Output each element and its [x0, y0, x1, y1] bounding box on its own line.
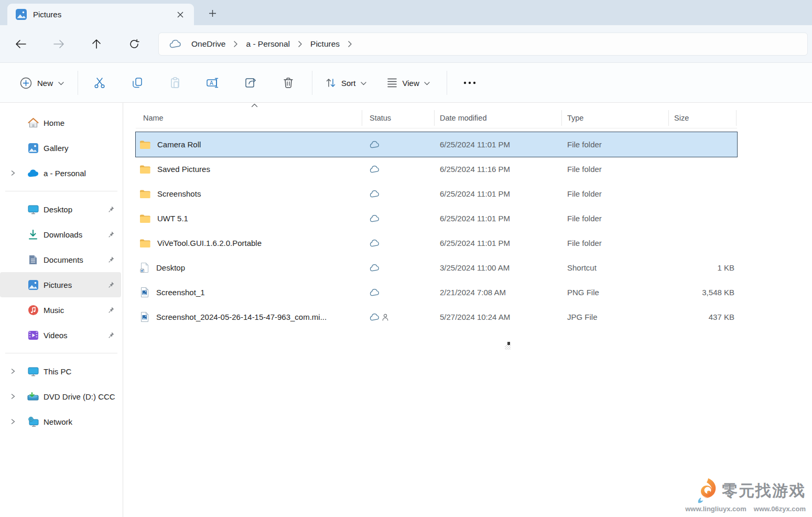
up-icon[interactable] — [86, 34, 107, 55]
refresh-icon[interactable] — [124, 34, 145, 55]
table-row-screenshots[interactable]: Screenshots 6/25/2024 11:01 PM File fold… — [136, 181, 737, 206]
sidebar-item-gallery[interactable]: Gallery — [0, 135, 121, 160]
table-row-vivetool[interactable]: ViVeTool.GUI.1.6.2.0.Portable 6/25/2024 … — [136, 231, 737, 255]
delete-icon — [283, 77, 294, 89]
column-header-size[interactable]: Size — [669, 110, 737, 126]
downloads-icon — [27, 229, 39, 240]
file-type: Shortcut — [562, 263, 669, 272]
pin-icon — [107, 231, 115, 239]
dvd-drive-icon — [27, 391, 39, 402]
expand-chevron-icon[interactable] — [10, 170, 27, 176]
title-bar: Pictures — [0, 0, 812, 25]
view-button-label: View — [403, 79, 419, 88]
sidebar-item-label: Desktop — [44, 205, 72, 214]
sidebar-item-onedrive-personal[interactable]: a - Personal — [0, 160, 121, 186]
watermark-url-left: www.lingliuyx.com — [685, 505, 746, 513]
sidebar-item-pictures[interactable]: Pictures — [0, 272, 121, 297]
sidebar-item-network[interactable]: Network — [0, 409, 121, 434]
chevron-right-icon[interactable] — [233, 40, 239, 48]
column-header-status[interactable]: Status — [362, 110, 435, 126]
delete-button[interactable] — [276, 71, 300, 94]
file-name: Screenshots — [157, 189, 201, 198]
file-name: ViVeTool.GUI.1.6.2.0.Portable — [157, 239, 262, 247]
sidebar-item-home[interactable]: Home — [0, 110, 121, 135]
breadcrumb-pictures[interactable]: Pictures — [306, 37, 344, 51]
ellipsis-icon — [463, 81, 476, 84]
sidebar-item-documents[interactable]: Documents — [0, 247, 121, 272]
share-button[interactable] — [239, 71, 263, 94]
file-date: 6/25/2024 11:01 PM — [435, 214, 562, 223]
home-icon — [27, 117, 39, 128]
more-options-button[interactable] — [458, 71, 482, 94]
cut-button[interactable] — [88, 71, 112, 94]
table-row-screenshot-long[interactable]: Screenshot_2024-05-26-14-15-47-963_com.m… — [136, 305, 737, 329]
forward-icon[interactable] — [48, 34, 69, 55]
file-date: 3/25/2024 11:00 AM — [435, 263, 562, 272]
column-header-name[interactable]: Name — [136, 110, 362, 126]
chevron-right-icon[interactable] — [347, 40, 353, 48]
sidebar-item-this-pc[interactable]: This PC — [0, 359, 121, 384]
paste-icon — [169, 77, 181, 89]
sidebar-item-desktop[interactable]: Desktop — [0, 197, 121, 222]
tab-title: Pictures — [33, 10, 173, 19]
expand-chevron-icon[interactable] — [10, 418, 27, 425]
chevron-down-icon — [361, 82, 366, 85]
address-bar[interactable]: OneDrive a - Personal Pictures — [158, 33, 808, 56]
table-row-camera-roll[interactable]: Camera Roll 6/25/2024 11:01 PM File fold… — [136, 132, 737, 157]
file-explorer-window: Pictures OneDrive — [0, 0, 812, 517]
pin-icon — [107, 256, 115, 264]
navigation-pane: Home Gallery a - Personal — [0, 103, 123, 517]
rename-button[interactable]: A — [201, 71, 225, 94]
table-row-screenshot-1[interactable]: Screenshot_1 2/21/2024 7:08 AM PNG File … — [136, 280, 737, 305]
expand-chevron-icon[interactable] — [10, 368, 27, 374]
copy-button[interactable] — [125, 71, 149, 94]
svg-text:A: A — [210, 80, 213, 86]
table-row-uwt-51[interactable]: UWT 5.1 6/25/2024 11:01 PM File folder — [136, 206, 737, 231]
paste-button[interactable] — [163, 71, 187, 94]
breadcrumb-onedrive[interactable]: OneDrive — [187, 37, 230, 51]
mouse-cursor-ghost — [505, 345, 511, 350]
gallery-icon — [27, 142, 39, 154]
pictures-icon — [27, 279, 39, 290]
file-type: File folder — [562, 189, 669, 198]
chevron-down-icon — [424, 82, 430, 85]
folder-icon — [139, 140, 150, 149]
sidebar-item-music[interactable]: Music — [0, 297, 121, 322]
sidebar-item-label: This PC — [44, 367, 71, 376]
sidebar-item-dvd-drive[interactable]: DVD Drive (D:) CCC — [0, 384, 121, 409]
back-icon[interactable] — [10, 34, 31, 55]
view-button[interactable]: View — [380, 71, 436, 94]
watermark-flame-icon — [696, 478, 718, 504]
sort-button[interactable]: Sort — [319, 71, 373, 94]
sidebar-item-label: Videos — [44, 331, 68, 340]
share-icon — [244, 77, 257, 89]
copy-icon — [131, 77, 144, 89]
expand-chevron-icon[interactable] — [10, 393, 27, 400]
image-file-icon — [139, 287, 149, 298]
column-header-type[interactable]: Type — [562, 110, 669, 126]
file-type: JPG File — [562, 313, 669, 321]
this-pc-icon — [27, 365, 39, 377]
folder-icon — [139, 189, 150, 199]
pin-icon — [107, 281, 115, 289]
sidebar-item-label: Gallery — [44, 144, 69, 153]
sidebar-item-videos[interactable]: Videos — [0, 322, 121, 348]
new-button[interactable]: New — [13, 71, 71, 94]
breadcrumb-a-personal[interactable]: a - Personal — [242, 37, 294, 51]
table-row-desktop-shortcut[interactable]: Desktop 3/25/2024 11:00 AM Shortcut 1 KB — [136, 255, 737, 280]
tab-pictures[interactable]: Pictures — [7, 4, 194, 25]
tab-close-icon[interactable] — [173, 7, 188, 22]
rename-icon: A — [206, 77, 220, 89]
view-icon — [386, 78, 398, 88]
chevron-right-icon[interactable] — [297, 40, 303, 48]
file-type: File folder — [562, 239, 669, 247]
sidebar-item-downloads[interactable]: Downloads — [0, 222, 121, 247]
pin-icon — [107, 306, 115, 314]
table-row-saved-pictures[interactable]: Saved Pictures 6/25/2024 11:16 PM File f… — [136, 157, 737, 181]
sidebar-item-label: Downloads — [44, 230, 82, 239]
file-date: 6/25/2024 11:01 PM — [435, 189, 562, 198]
new-tab-icon[interactable] — [204, 5, 220, 21]
column-header-date-modified[interactable]: Date modified — [435, 110, 562, 126]
cloud-status-icon — [370, 215, 380, 222]
new-button-label: New — [37, 79, 53, 88]
